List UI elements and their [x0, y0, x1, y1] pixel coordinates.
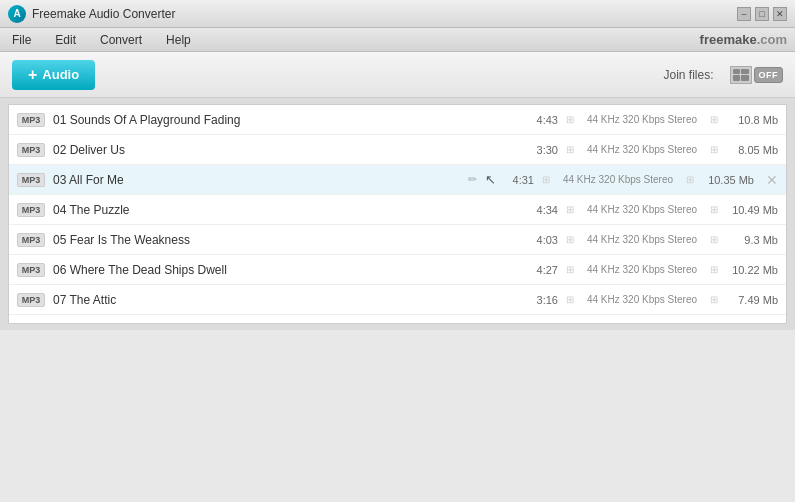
format-badge: MP3	[17, 263, 45, 277]
file-size: 10.8 Mb	[726, 114, 778, 126]
file-size: 10.35 Mb	[702, 174, 754, 186]
file-name: 01 Sounds Of A Playground Fading	[53, 113, 520, 127]
format-badge: MP3	[17, 143, 45, 157]
file-duration: 4:43	[528, 114, 558, 126]
separator2: ⊞	[710, 234, 718, 245]
file-meta: 44 KHz 320 Kbps Stereo	[558, 174, 678, 185]
format-badge: MP3	[17, 173, 45, 187]
join-files-label: Join files:	[663, 68, 713, 82]
file-meta: 44 KHz 320 Kbps Stereo	[582, 114, 702, 125]
title-bar-left: A Freemake Audio Converter	[8, 5, 175, 23]
table-row[interactable]: MP3 04 The Puzzle 4:34 ⊞ 44 KHz 320 Kbps…	[9, 195, 786, 225]
file-name: 04 The Puzzle	[53, 203, 520, 217]
menu-file[interactable]: File	[8, 31, 35, 49]
separator2: ⊞	[710, 204, 718, 215]
separator2: ⊞	[710, 294, 718, 305]
menu-help[interactable]: Help	[162, 31, 195, 49]
file-duration: 4:31	[504, 174, 534, 186]
file-meta: 44 KHz 320 Kbps Stereo	[582, 234, 702, 245]
file-name: 03 All For Me	[53, 173, 460, 187]
file-size: 10.22 Mb	[726, 264, 778, 276]
file-name: 05 Fear Is The Weakness	[53, 233, 520, 247]
table-row[interactable]: MP3 01 Sounds Of A Playground Fading 4:4…	[9, 105, 786, 135]
table-row[interactable]: MP3 07 The Attic 3:16 ⊞ 44 KHz 320 Kbps …	[9, 285, 786, 315]
separator: ⊞	[566, 204, 574, 215]
list-and-space: MP3 01 Sounds Of A Playground Fading 4:4…	[0, 98, 795, 502]
file-size: 7.49 Mb	[726, 294, 778, 306]
close-button[interactable]: ✕	[773, 7, 787, 21]
spacer-area	[0, 330, 795, 502]
file-size: 8.05 Mb	[726, 144, 778, 156]
edit-icon[interactable]: ✏	[468, 173, 477, 186]
toolbar: + Audio Join files: OFF	[0, 52, 795, 98]
separator: ⊞	[566, 264, 574, 275]
separator2: ⊞	[686, 174, 694, 185]
branding: freemake.com	[700, 32, 787, 47]
remove-file-button[interactable]: ✕	[766, 172, 778, 188]
app-title: Freemake Audio Converter	[32, 7, 175, 21]
toggle-off-button[interactable]: OFF	[754, 67, 784, 83]
separator: ⊞	[566, 144, 574, 155]
separator2: ⊞	[710, 264, 718, 275]
file-name: 02 Deliver Us	[53, 143, 520, 157]
file-duration: 4:03	[528, 234, 558, 246]
file-size: 10.49 Mb	[726, 204, 778, 216]
grid-icon	[730, 66, 752, 84]
table-row[interactable]: MP3 03 All For Me ✏↖ 4:31 ⊞ 44 KHz 320 K…	[9, 165, 786, 195]
join-toggle[interactable]: OFF	[730, 66, 784, 84]
format-badge: MP3	[17, 293, 45, 307]
audio-button-label: Audio	[42, 67, 79, 82]
file-meta: 44 KHz 320 Kbps Stereo	[582, 264, 702, 275]
file-name: 07 The Attic	[53, 293, 520, 307]
format-badge: MP3	[17, 113, 45, 127]
file-size: 9.3 Mb	[726, 234, 778, 246]
file-meta: 44 KHz 320 Kbps Stereo	[582, 144, 702, 155]
separator: ⊞	[542, 174, 550, 185]
minimize-button[interactable]: –	[737, 7, 751, 21]
file-name: 06 Where The Dead Ships Dwell	[53, 263, 520, 277]
format-badge: MP3	[17, 233, 45, 247]
app-icon: A	[8, 5, 26, 23]
title-bar-controls: – □ ✕	[737, 7, 787, 21]
file-duration: 4:27	[528, 264, 558, 276]
menu-convert[interactable]: Convert	[96, 31, 146, 49]
file-duration: 4:34	[528, 204, 558, 216]
table-row[interactable]: MP3 06 Where The Dead Ships Dwell 4:27 ⊞…	[9, 255, 786, 285]
file-duration: 3:30	[528, 144, 558, 156]
add-audio-button[interactable]: + Audio	[12, 60, 95, 90]
table-row[interactable]: MP3 02 Deliver Us 3:30 ⊞ 44 KHz 320 Kbps…	[9, 135, 786, 165]
file-meta: 44 KHz 320 Kbps Stereo	[582, 294, 702, 305]
file-list[interactable]: MP3 01 Sounds Of A Playground Fading 4:4…	[8, 104, 787, 324]
menu-bar: File Edit Convert Help freemake.com	[0, 28, 795, 52]
maximize-button[interactable]: □	[755, 7, 769, 21]
plus-icon: +	[28, 66, 37, 84]
separator: ⊞	[566, 114, 574, 125]
separator: ⊞	[566, 294, 574, 305]
menu-edit[interactable]: Edit	[51, 31, 80, 49]
cursor-icon: ↖	[485, 172, 496, 187]
title-bar: A Freemake Audio Converter – □ ✕	[0, 0, 795, 28]
format-badge: MP3	[17, 203, 45, 217]
table-row[interactable]: MP3 05 Fear Is The Weakness 4:03 ⊞ 44 KH…	[9, 225, 786, 255]
separator2: ⊞	[710, 144, 718, 155]
file-duration: 3:16	[528, 294, 558, 306]
separator2: ⊞	[710, 114, 718, 125]
separator: ⊞	[566, 234, 574, 245]
file-meta: 44 KHz 320 Kbps Stereo	[582, 204, 702, 215]
main-content: MP3 01 Sounds Of A Playground Fading 4:4…	[0, 98, 795, 502]
